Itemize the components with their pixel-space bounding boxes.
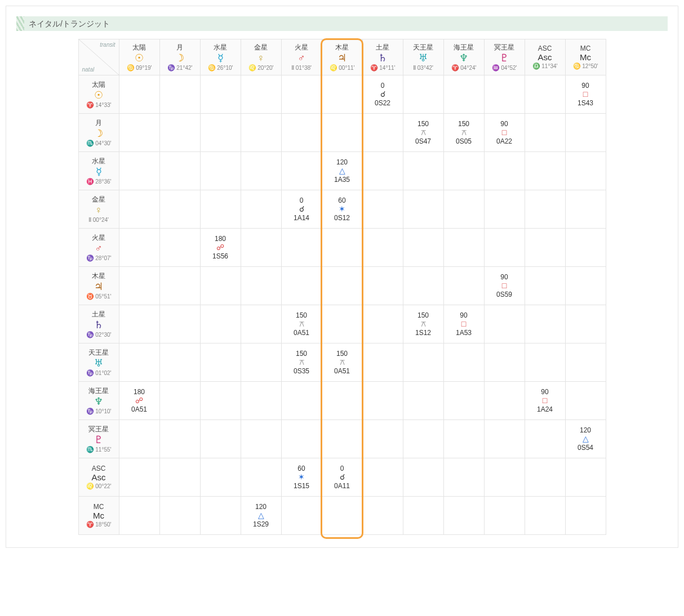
planet-name: 海王星 [445,43,483,52]
cell-neptune-neptune [443,382,484,420]
cell-mc-moon [159,497,200,535]
aspect-degree: 90 [486,120,523,128]
jupiter-icon: ♃ [80,281,118,293]
cell-mars-neptune [443,229,484,267]
aspect-orb: 0S59 [486,291,523,298]
cell-moon-mercury [200,114,241,152]
aspect-qui-icon: ⚻ [445,128,483,137]
cell-neptune-venus [241,382,281,420]
natal-position: ♑ 01°02' [80,369,118,377]
planet-name: 金星 [80,195,118,204]
aspect-opp-icon: ☍ [121,396,158,405]
cell-saturn-mc [565,305,606,343]
row-head-mercury: 水星☿♓ 28°36' [78,152,119,190]
col-head-sun: 太陽☉♋ 09°19' [119,39,159,75]
aspect-degree: 90 [526,388,564,396]
transit-position: ♋ 26°10' [202,64,239,72]
moon-icon: ☽ [80,128,118,140]
natal-position: ♌ 00°22' [80,483,118,490]
aspect-orb: 0S12 [323,214,361,222]
planet-name: 水星 [80,157,118,166]
cell-saturn-venus [241,305,281,343]
cell-jupiter-mars [281,267,322,305]
cell-jupiter-neptune [443,267,484,305]
transit-position: ♑ 21°42' [161,64,199,72]
uranus-icon: ♅ [405,52,442,65]
aspect-qui-icon: ⚻ [405,319,442,329]
aspect-orb: 0A51 [283,329,321,337]
cell-saturn-asc [525,305,565,343]
aspect-degree: 150 [283,350,321,358]
natal-position: ♓ 28°36' [80,178,118,185]
cell-pluto-jupiter [322,420,362,458]
planet-name: MC [567,44,605,52]
aspect-orb: 0A51 [323,367,361,375]
cell-mars-uranus [403,229,443,267]
aspect-degree: 90 [567,82,605,90]
row-head-pluto: 冥王星♇♏ 11°55' [78,420,119,458]
cell-venus-mercury [200,190,241,229]
cell-jupiter-moon [159,267,200,305]
aspect-orb: 0A51 [121,405,158,413]
cell-saturn-pluto [484,305,525,343]
cell-sun-neptune [443,75,484,114]
aspect-orb: 1A14 [283,214,321,222]
cell-asc-mc [565,458,606,497]
cell-venus-mars: 0☌1A14 [281,190,322,229]
aspect-tri-icon: △ [242,511,280,520]
transit-position: ♋ 12°50' [567,63,605,70]
cell-sun-sun [119,75,159,114]
aspect-qui-icon: ⚻ [283,358,321,367]
row-head-saturn: 土星♄♑ 02°30' [78,305,119,343]
planet-name: ASC [526,44,564,52]
planet-name: 天王星 [405,43,442,52]
aspect-degree: 120 [242,503,280,511]
transit-position: ♈ 04°24' [445,64,483,72]
mercury-icon: ☿ [202,52,239,65]
cell-sun-asc [525,75,565,114]
cell-uranus-mars: 150⚻0S35 [281,343,322,382]
aspect-orb: 0S54 [567,444,605,452]
natal-position: ♏ 04°30' [80,140,118,147]
hatch-decoration [16,16,24,31]
cell-mercury-asc [525,152,565,190]
aspect-qui-icon: ⚻ [405,128,442,137]
mars-icon: ♂ [80,243,118,255]
planet-name: 冥王星 [80,425,118,434]
cell-mars-mars [281,229,322,267]
cell-mc-venus: 120△1S29 [241,497,281,535]
cell-mercury-mercury [200,152,241,190]
cell-pluto-uranus [403,420,443,458]
cell-venus-sun [119,190,159,229]
cell-pluto-saturn [362,420,403,458]
aspect-orb: 1A35 [323,176,361,184]
aspect-sq-icon: □ [486,281,523,291]
aspect-degree: 0 [283,197,321,204]
cell-moon-mc [565,114,606,152]
cell-pluto-asc [525,420,565,458]
cell-mercury-saturn [362,152,403,190]
col-head-venus: 金星♀♌ 20°20' [241,39,281,75]
cell-neptune-mc [565,382,606,420]
cell-saturn-uranus: 150⚻1S12 [403,305,443,343]
natal-position: ♑ 02°30' [80,331,118,338]
aspect-orb: 0A11 [323,482,361,490]
row-head-venus: 金星♀Ⅱ 00°24' [78,190,119,229]
cell-mars-asc [525,229,565,267]
planet-name: 木星 [80,271,118,281]
cell-venus-saturn [362,190,403,229]
cell-venus-uranus [403,190,443,229]
asc-icon: Asc [80,472,118,483]
cell-sun-pluto [484,75,525,114]
cell-sun-venus [241,75,281,114]
cell-moon-venus [241,114,281,152]
col-head-asc: ASCAsc♎ 11°34' [525,39,565,75]
planet-name: 金星 [242,43,280,52]
aspect-tri-icon: △ [323,166,361,176]
neptune-icon: ♆ [445,52,483,65]
aspect-degree: 0 [364,82,402,90]
cell-venus-asc [525,190,565,229]
planet-name: 土星 [80,310,118,319]
mc-icon: Mc [567,52,605,63]
aspect-degree: 180 [202,235,239,243]
